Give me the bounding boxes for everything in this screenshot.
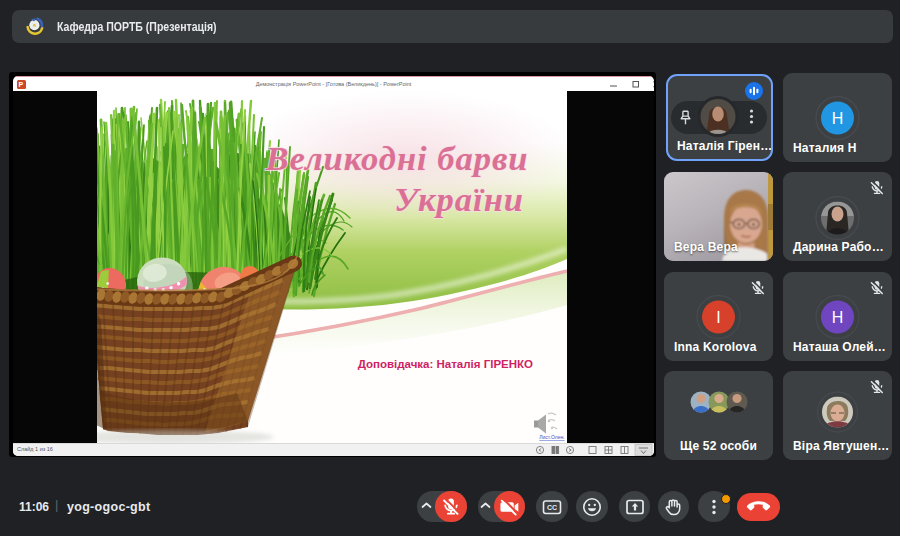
svg-text:Н: Н (832, 308, 844, 325)
svg-text:CC: CC (547, 504, 557, 511)
svg-text:Великодні барви: Великодні барви (264, 139, 528, 177)
svg-text:I: I (716, 308, 720, 325)
svg-text:Н: Н (832, 110, 844, 127)
svg-text:Доповідачка: Наталія ГІРЕНКО: Доповідачка: Наталія ГІРЕНКО (358, 358, 533, 370)
svg-text:України: України (394, 180, 524, 218)
svg-text:Лист.Олен.: Лист.Олен. (539, 434, 564, 440)
